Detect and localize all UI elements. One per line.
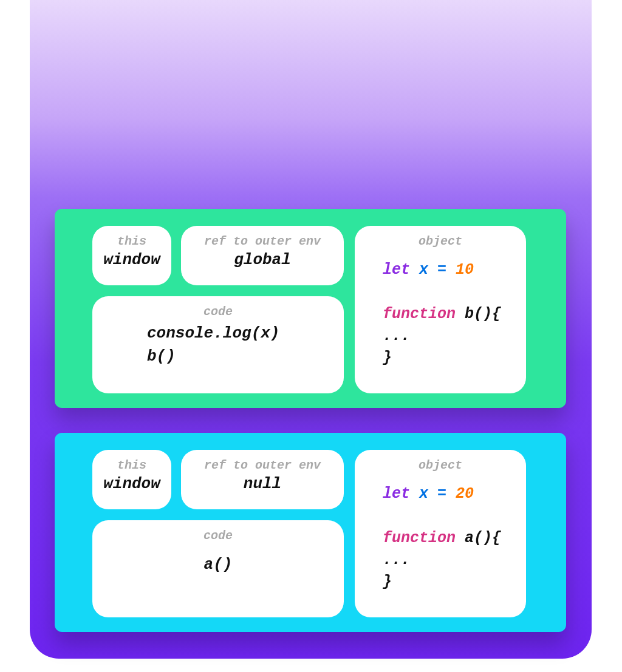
object-func-line: function a(){ (383, 528, 526, 549)
execution-context-global: this window ref to outer env null code a… (55, 433, 566, 632)
object-let-line: let x = 20 (383, 483, 526, 505)
this-label: this (92, 226, 171, 248)
code-label: code (92, 520, 344, 543)
this-panel: this window (92, 450, 171, 509)
object-ellipsis: ... (383, 549, 526, 571)
object-label: object (355, 450, 526, 472)
code-line: console.log(x) (147, 322, 344, 345)
outer-ref-label: ref to outer env (181, 450, 344, 472)
code-panel: code console.log(x) b() (92, 296, 344, 393)
code-panel: code a() (92, 520, 344, 617)
outer-ref-value: null (181, 472, 344, 500)
code-line: a() (92, 554, 344, 577)
this-value: window (92, 248, 171, 276)
object-func-line: function b(){ (383, 304, 526, 325)
outer-ref-panel: ref to outer env global (181, 226, 344, 285)
object-panel: object let x = 20 function a(){ ... } (355, 450, 526, 617)
this-label: this (92, 450, 171, 472)
code-line: b() (147, 345, 344, 368)
diagram-canvas: this window ref to outer env global code… (30, 0, 592, 659)
execution-context-a: this window ref to outer env global code… (55, 209, 566, 408)
object-label: object (355, 226, 526, 248)
code-body: a() (92, 543, 344, 577)
code-body: console.log(x) b() (92, 319, 344, 368)
object-body: let x = 10 function b(){ ... } (355, 248, 526, 369)
object-let-line: let x = 10 (383, 259, 526, 281)
object-close-brace: } (383, 571, 526, 593)
object-ellipsis: ... (383, 325, 526, 347)
outer-ref-value: global (181, 248, 344, 276)
object-panel: object let x = 10 function b(){ ... } (355, 226, 526, 393)
outer-ref-label: ref to outer env (181, 226, 344, 248)
outer-ref-panel: ref to outer env null (181, 450, 344, 509)
object-body: let x = 20 function a(){ ... } (355, 472, 526, 593)
code-label: code (92, 296, 344, 319)
this-value: window (92, 472, 171, 500)
this-panel: this window (92, 226, 171, 285)
object-close-brace: } (383, 347, 526, 369)
